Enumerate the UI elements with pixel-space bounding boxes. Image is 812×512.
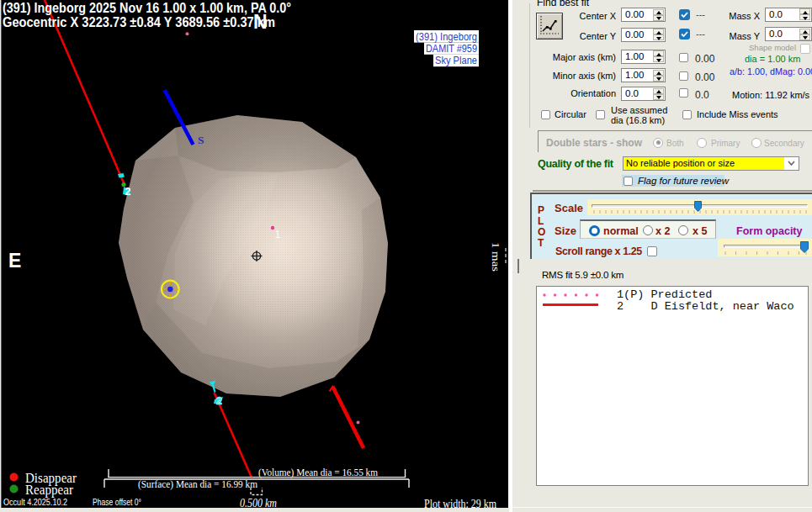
svg-text:DAMIT #959: DAMIT #959 — [426, 43, 477, 55]
svg-text:E: E — [8, 250, 21, 272]
svg-text:1: 1 — [275, 229, 281, 240]
svg-text:Reappear: Reappear — [25, 483, 74, 498]
svg-text:(391) Ingeborg: (391) Ingeborg — [416, 31, 477, 43]
svg-text:(391) Ingeborg 2025 Nov 16: (391) Ingeborg 2025 Nov 16 1.00 x 1.00 k… — [3, 0, 291, 15]
svg-text:(Volume) Mean dia = 16.55 km: (Volume) Mean dia = 16.55 km — [258, 466, 378, 478]
svg-text:2: 2 — [125, 186, 131, 198]
svg-text:1 mas: 1 mas — [490, 242, 502, 272]
svg-text:0.500 km: 0.500 km — [240, 497, 277, 509]
svg-text:Geocentric X 3223.73 ±0.84: Geocentric X 3223.73 ±0.84 Y 3689.56 ±0.… — [3, 14, 275, 29]
svg-text:Plot width: 29 km: Plot width: 29 km — [424, 497, 496, 508]
svg-text:Sky Plane: Sky Plane — [435, 55, 477, 66]
svg-text:Phase offset 0°: Phase offset 0° — [93, 497, 141, 507]
svg-text:2: 2 — [216, 395, 222, 407]
svg-text:N: N — [253, 11, 268, 33]
svg-text:S: S — [198, 134, 204, 146]
svg-text:(Surface) Mean dia = 16.99 km: (Surface) Mean dia = 16.99 km — [138, 478, 257, 490]
svg-text:Occult 4.2025.10.2: Occult 4.2025.10.2 — [3, 497, 67, 507]
